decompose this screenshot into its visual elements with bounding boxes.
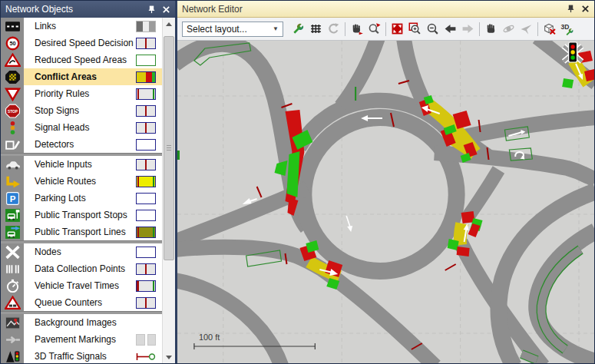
scroll-up-button[interactable] [163, 18, 175, 30]
layout-selector-value: Select layout... [187, 24, 247, 35]
flight-mode-plane-icon[interactable] [517, 20, 535, 38]
conflict-icon [1, 68, 24, 85]
toolbar-separator [479, 22, 480, 36]
toggle-3d-models-icon[interactable] [540, 20, 558, 38]
list-item-nodes[interactable]: Nodes [1, 243, 162, 260]
vehicle-routes-icon [1, 173, 24, 190]
scroll-thumb[interactable] [164, 36, 174, 260]
style-swatch [136, 351, 156, 362]
list-item-detectors[interactable]: Detectors [1, 136, 162, 153]
list-item-label: 3D Traffic Signals [24, 351, 136, 362]
list-item-label: Signal Heads [24, 122, 136, 133]
list-item-3d-traffic-signals[interactable]: 3D Traffic Signals [1, 348, 162, 363]
detectors-icon [1, 136, 24, 153]
network-editor-title: Network Editor [182, 4, 567, 15]
list-item-parking-lots[interactable]: PParking Lots [1, 190, 162, 207]
list-item-data-collection-points[interactable]: Data Collection Points [1, 260, 162, 277]
priority-icon [1, 85, 24, 102]
list-item-conflict-areas[interactable]: Conflict Areas [1, 68, 162, 85]
network-map[interactable]: 100 ft [177, 41, 594, 363]
data-collection-icon [1, 260, 24, 277]
list-item-public-transport-lines[interactable]: Public Transport Lines [1, 223, 162, 240]
list-item-vehicle-routes[interactable]: Vehicle Routes [1, 173, 162, 190]
view-forward-arrow-icon[interactable] [459, 20, 477, 38]
scroll-down-button[interactable] [163, 351, 175, 363]
list-item-label: Conflict Areas [24, 71, 136, 82]
list-item-signal-heads[interactable]: Signal Heads [1, 119, 162, 136]
style-swatch [136, 247, 156, 258]
pin-icon[interactable] [567, 5, 575, 13]
chevron-down-icon: ▼ [273, 25, 279, 32]
vertical-scrollbar[interactable] [162, 18, 175, 363]
style-swatch [136, 227, 156, 238]
style-swatch [136, 38, 156, 49]
view-back-arrow-icon[interactable] [441, 20, 459, 38]
layout-selector[interactable]: Select layout... ▼ [182, 22, 283, 37]
list-item-label: Detectors [24, 139, 136, 150]
vehicle-inputs-icon [1, 156, 24, 173]
background-images-icon [1, 314, 24, 331]
list-item-label: Vehicle Travel Times [24, 280, 136, 291]
style-swatch [136, 55, 156, 66]
close-icon[interactable] [581, 5, 590, 13]
svg-text:50: 50 [9, 40, 15, 47]
list-item-label: Links [24, 21, 136, 31]
edit-graphics-grid-icon[interactable] [307, 20, 325, 38]
list-item-label: Parking Lots [24, 193, 136, 204]
list-item-vehicle-travel-times[interactable]: Vehicle Travel Times [1, 277, 162, 294]
zoom-window-icon[interactable] [406, 20, 424, 38]
rotate-network-icon[interactable] [325, 20, 342, 38]
list-item-label: Queue Counters [24, 297, 136, 308]
network-editor-canvas[interactable]: 100 ft [177, 41, 594, 363]
network-objects-title: Network Objects [5, 4, 147, 15]
editor-toolbar: Select layout... ▼ 3D [177, 18, 594, 41]
network-objects-titlebar: Network Objects [1, 1, 175, 18]
reduced-speed-icon [1, 51, 24, 68]
list-item-label: Reduced Speed Areas [24, 55, 136, 65]
pt-lines-icon [1, 223, 24, 240]
queue-counters-icon [1, 294, 24, 311]
list-item-pavement-markings[interactable]: Pavement Markings [1, 331, 162, 348]
pan-with-objects-hand-icon[interactable] [348, 20, 365, 38]
pavement-markings-icon [1, 331, 24, 348]
list-item-label: Background Images [24, 317, 136, 328]
links-icon [1, 18, 24, 35]
parking-icon: P [1, 190, 24, 207]
network-objects-panel: Network Objects Links50Desired Speed Dec… [1, 1, 175, 363]
style-swatch [136, 263, 156, 275]
list-item-links[interactable]: Links [1, 18, 162, 35]
3d-mode-wrench-icon[interactable]: 3D [558, 20, 576, 38]
list-item-label: Desired Speed Decision [24, 38, 136, 48]
list-item-background-images[interactable]: Background Images [1, 314, 162, 331]
list-item-desired-speed-decision[interactable]: 50Desired Speed Decision [1, 35, 162, 51]
style-swatch [136, 139, 156, 151]
list-item-label: Data Collection Points [24, 263, 136, 274]
list-item-label: Public Transport Stops [24, 210, 136, 220]
zoom-pointer-icon[interactable] [365, 20, 383, 38]
network-editor-titlebar: Network Editor [177, 1, 594, 18]
list-item-stop-signs[interactable]: STOPStop Signs [1, 102, 162, 119]
signal-heads-icon [1, 119, 24, 136]
scale-label: 100 ft [199, 333, 220, 342]
list-item-vehicle-inputs[interactable]: Vehicle Inputs [1, 156, 162, 173]
list-item-label: Priority Rules [24, 88, 136, 99]
list-item-public-transport-stops[interactable]: Public Transport Stops [1, 207, 162, 223]
toolbar-separator [345, 22, 345, 36]
zoom-out-icon[interactable] [424, 20, 441, 38]
close-icon[interactable] [162, 5, 170, 14]
list-item-priority-rules[interactable]: Priority Rules [1, 85, 162, 102]
zoom-fit-icon[interactable] [388, 20, 406, 38]
list-item-reduced-speed-areas[interactable]: Reduced Speed Areas [1, 51, 162, 68]
app-window: Network Objects Links50Desired Speed Dec… [0, 0, 595, 364]
svg-text:STOP: STOP [7, 109, 18, 113]
pin-icon[interactable] [147, 5, 156, 14]
list-item-queue-counters[interactable]: Queue Counters [1, 294, 162, 311]
list-item-label: Vehicle Inputs [24, 159, 136, 170]
style-swatch [136, 21, 156, 32]
toolbar-separator [385, 22, 386, 36]
network-objects-list: Links50Desired Speed DecisionReduced Spe… [1, 18, 175, 363]
orbit-3d-icon[interactable] [500, 20, 517, 38]
style-swatch [136, 105, 156, 117]
network-settings-wrench-icon[interactable] [289, 20, 307, 38]
pan-hand-icon[interactable] [482, 20, 500, 38]
